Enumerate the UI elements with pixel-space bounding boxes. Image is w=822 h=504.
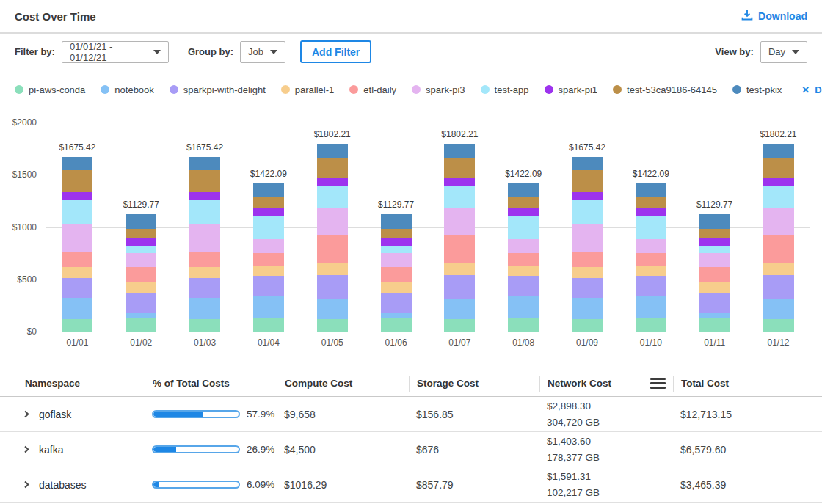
stacked-bar-01/04[interactable]	[253, 183, 284, 332]
table-row-databases[interactable]: databases6.09%$1016.29$857.79$1,591.3110…	[0, 467, 822, 503]
bar-segment-test-53ca9186-64145[interactable]	[763, 158, 794, 178]
stacked-bar-01/11[interactable]	[699, 214, 730, 332]
stacked-bar-01/12[interactable]	[763, 144, 794, 332]
bar-segment-etl-daily[interactable]	[189, 252, 220, 267]
bar-segment-etl-daily[interactable]	[62, 252, 92, 267]
group-by-dropdown[interactable]: Job	[240, 41, 285, 63]
bar-segment-pi-aws-conda[interactable]	[317, 319, 348, 332]
bar-segment-spark-pi1[interactable]	[126, 238, 156, 246]
stacked-bar-01/01[interactable]	[62, 157, 92, 332]
bar-segment-parallel-1[interactable]	[508, 266, 539, 277]
bar-segment-pi-aws-conda[interactable]	[699, 318, 730, 332]
bar-segment-etl-daily[interactable]	[636, 253, 666, 266]
add-filter-button[interactable]: Add Filter	[300, 40, 371, 63]
stacked-bar-01/06[interactable]	[381, 214, 412, 332]
bar-segment-test-pkix[interactable]	[253, 183, 284, 197]
stacked-bar-01/05[interactable]	[317, 144, 348, 332]
bar-segment-spark-pi3[interactable]	[444, 208, 475, 235]
bar-segment-spark-pi3[interactable]	[126, 253, 156, 267]
bar-segment-test-app[interactable]	[572, 200, 603, 224]
stacked-bar-01/07[interactable]	[444, 144, 475, 332]
bar-segment-notebook[interactable]	[317, 299, 348, 319]
bar-segment-test-53ca9186-64145[interactable]	[189, 170, 220, 192]
bar-segment-test-53ca9186-64145[interactable]	[126, 229, 156, 238]
bar-segment-notebook[interactable]	[572, 298, 603, 319]
bar-segment-test-pkix[interactable]	[62, 157, 92, 170]
bar-segment-test-53ca9186-64145[interactable]	[444, 158, 475, 178]
deselect-all-button[interactable]: ✕ Deselect All	[801, 84, 822, 95]
bar-segment-parallel-1[interactable]	[189, 267, 220, 279]
bar-segment-test-pkix[interactable]	[508, 183, 539, 197]
bar-segment-etl-daily[interactable]	[699, 267, 730, 282]
bar-segment-test-app[interactable]	[126, 246, 156, 253]
bar-segment-test-app[interactable]	[508, 216, 539, 239]
bar-segment-notebook[interactable]	[62, 298, 92, 319]
bar-segment-spark-pi3[interactable]	[62, 224, 92, 252]
bar-segment-spark-pi1[interactable]	[572, 192, 603, 200]
bar-segment-test-app[interactable]	[699, 246, 730, 253]
bar-segment-sparkpi-with-delight[interactable]	[381, 293, 412, 313]
bar-segment-test-pkix[interactable]	[572, 157, 603, 170]
bar-segment-spark-pi3[interactable]	[699, 253, 730, 267]
bar-segment-notebook[interactable]	[763, 299, 794, 319]
bar-segment-sparkpi-with-delight[interactable]	[699, 293, 730, 313]
legend-item-spark-pi1[interactable]: spark-pi1	[545, 84, 597, 95]
bar-segment-test-app[interactable]	[444, 186, 475, 208]
column-menu-icon[interactable]	[650, 378, 666, 389]
bar-segment-spark-pi3[interactable]	[381, 253, 412, 267]
bar-segment-pi-aws-conda[interactable]	[508, 318, 539, 332]
legend-item-pi-aws-conda[interactable]: pi-aws-conda	[15, 84, 85, 95]
bar-segment-parallel-1[interactable]	[253, 266, 284, 277]
bar-segment-sparkpi-with-delight[interactable]	[572, 278, 603, 298]
bar-segment-parallel-1[interactable]	[444, 263, 475, 275]
bar-segment-spark-pi3[interactable]	[508, 239, 539, 253]
legend-item-etl-daily[interactable]: etl-daily	[349, 84, 396, 95]
bar-segment-parallel-1[interactable]	[636, 266, 666, 277]
bar-segment-etl-daily[interactable]	[572, 252, 603, 267]
bar-segment-pi-aws-conda[interactable]	[444, 319, 475, 332]
bar-segment-spark-pi3[interactable]	[253, 239, 284, 253]
bar-segment-test-pkix[interactable]	[381, 214, 412, 229]
bar-segment-pi-aws-conda[interactable]	[763, 319, 794, 332]
view-by-dropdown[interactable]: Day	[760, 41, 807, 63]
stacked-bar-01/02[interactable]	[126, 214, 156, 332]
bar-segment-spark-pi3[interactable]	[189, 224, 220, 252]
bar-segment-spark-pi1[interactable]	[508, 208, 539, 216]
bar-segment-pi-aws-conda[interactable]	[189, 319, 220, 332]
bar-segment-test-pkix[interactable]	[699, 214, 730, 229]
bar-segment-spark-pi1[interactable]	[189, 192, 220, 200]
bar-segment-sparkpi-with-delight[interactable]	[508, 276, 539, 296]
bar-segment-test-pkix[interactable]	[126, 214, 156, 229]
bar-segment-spark-pi1[interactable]	[763, 178, 794, 186]
bar-segment-sparkpi-with-delight[interactable]	[763, 275, 794, 299]
bar-segment-test-pkix[interactable]	[763, 144, 794, 157]
bar-segment-spark-pi1[interactable]	[381, 238, 412, 246]
bar-segment-test-app[interactable]	[763, 186, 794, 208]
bar-segment-test-pkix[interactable]	[444, 144, 475, 157]
bar-segment-test-pkix[interactable]	[317, 144, 348, 157]
bar-segment-notebook[interactable]	[381, 313, 412, 318]
legend-item-parallel-1[interactable]: parallel-1	[281, 84, 334, 95]
bar-segment-pi-aws-conda[interactable]	[62, 319, 92, 332]
bar-segment-parallel-1[interactable]	[62, 267, 92, 279]
bar-segment-pi-aws-conda[interactable]	[381, 318, 412, 332]
stacked-bar-01/03[interactable]	[189, 157, 220, 332]
bar-segment-parallel-1[interactable]	[126, 282, 156, 293]
bar-segment-spark-pi1[interactable]	[636, 208, 666, 216]
bar-segment-pi-aws-conda[interactable]	[636, 318, 666, 332]
bar-segment-spark-pi1[interactable]	[699, 238, 730, 246]
bar-segment-sparkpi-with-delight[interactable]	[126, 293, 156, 313]
bar-segment-sparkpi-with-delight[interactable]	[189, 278, 220, 298]
bar-segment-spark-pi1[interactable]	[444, 178, 475, 186]
bar-segment-parallel-1[interactable]	[317, 263, 348, 275]
bar-segment-parallel-1[interactable]	[381, 282, 412, 293]
bar-segment-notebook[interactable]	[636, 296, 666, 318]
bar-segment-pi-aws-conda[interactable]	[253, 318, 284, 332]
bar-segment-notebook[interactable]	[253, 296, 284, 318]
bar-segment-sparkpi-with-delight[interactable]	[636, 276, 666, 296]
bar-segment-test-53ca9186-64145[interactable]	[62, 170, 92, 192]
legend-item-test-pkix[interactable]: test-pkix	[732, 84, 782, 95]
bar-segment-test-pkix[interactable]	[636, 183, 666, 197]
table-row-goflask[interactable]: goflask57.9%$9,658$156.85$2,898.30304,72…	[0, 397, 822, 432]
bar-segment-sparkpi-with-delight[interactable]	[62, 278, 92, 298]
